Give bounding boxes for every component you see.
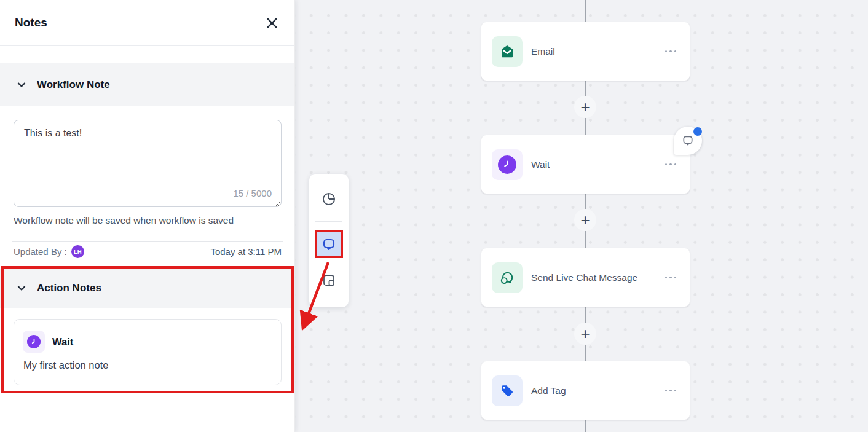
stats-tool-button[interactable] <box>315 186 342 213</box>
action-note-item[interactable]: Wait My first action note <box>14 319 282 385</box>
toolbar-divider <box>315 221 342 222</box>
plus-icon: + <box>580 212 590 228</box>
workflow-node-email[interactable]: Email <box>481 22 690 81</box>
node-menu-button[interactable] <box>664 160 678 170</box>
pie-chart-icon <box>322 192 336 206</box>
notes-tool-button-selected[interactable] <box>315 230 343 258</box>
add-action-button[interactable]: + <box>574 209 596 231</box>
chevron-down-icon <box>16 283 27 294</box>
workflow-node-add-tag[interactable]: Add Tag <box>481 361 690 420</box>
avatar: LH <box>71 245 84 258</box>
wait-clock-icon <box>23 331 45 353</box>
notes-panel-header: Notes <box>0 0 294 46</box>
updated-by-label: Updated By : <box>14 246 67 257</box>
node-label: Send Live Chat Message <box>531 272 664 283</box>
updated-by-row: Updated By : LH Today at 3:11 PM <box>14 244 282 259</box>
node-label: Add Tag <box>531 385 664 396</box>
email-icon <box>492 36 523 67</box>
workflow-node-live-chat[interactable]: Send Live Chat Message <box>481 248 690 307</box>
panel-title: Notes <box>15 16 47 29</box>
notes-panel: Notes Workflow Note This is a test! 15 /… <box>0 0 295 432</box>
clock-icon <box>492 149 523 180</box>
chevron-down-icon <box>16 79 27 90</box>
section-label: Workflow Note <box>37 79 110 91</box>
divider <box>12 241 283 242</box>
sticky-note-tool-button[interactable] <box>315 267 342 294</box>
add-action-button[interactable]: + <box>574 96 596 118</box>
node-menu-button[interactable] <box>664 47 678 57</box>
chat-bubble-icon <box>322 237 336 252</box>
node-label: Wait <box>531 159 664 170</box>
action-note-title: Wait <box>52 336 73 348</box>
add-action-button[interactable]: + <box>574 323 596 345</box>
node-note-badge[interactable] <box>674 127 702 155</box>
workflow-canvas[interactable]: Email + Wait + Send Live Chat Message + … <box>295 0 868 432</box>
workflow-node-wait[interactable]: Wait <box>481 135 690 194</box>
plus-icon: + <box>580 99 590 115</box>
tag-icon <box>492 375 523 406</box>
action-notes-section-header[interactable]: Action Notes <box>0 269 294 308</box>
live-chat-icon <box>492 262 523 293</box>
workflow-note-section-header[interactable]: Workflow Note <box>0 63 294 106</box>
chat-bubble-icon <box>682 135 694 147</box>
section-label: Action Notes <box>37 282 101 294</box>
node-menu-button[interactable] <box>664 273 678 283</box>
updated-time: Today at 3:11 PM <box>210 246 282 257</box>
close-icon <box>266 17 278 29</box>
note-card-icon <box>322 273 336 288</box>
note-helper-text: Workflow note will be saved when workflo… <box>14 215 234 226</box>
plus-icon: + <box>580 326 590 342</box>
node-label: Email <box>531 46 664 57</box>
close-panel-button[interactable] <box>264 15 280 31</box>
unread-note-dot <box>693 127 702 136</box>
workflow-note-textarea[interactable]: This is a test! <box>14 120 282 207</box>
action-note-text: My first action note <box>23 359 272 371</box>
node-menu-button[interactable] <box>664 386 678 396</box>
canvas-side-toolbar <box>309 174 349 307</box>
